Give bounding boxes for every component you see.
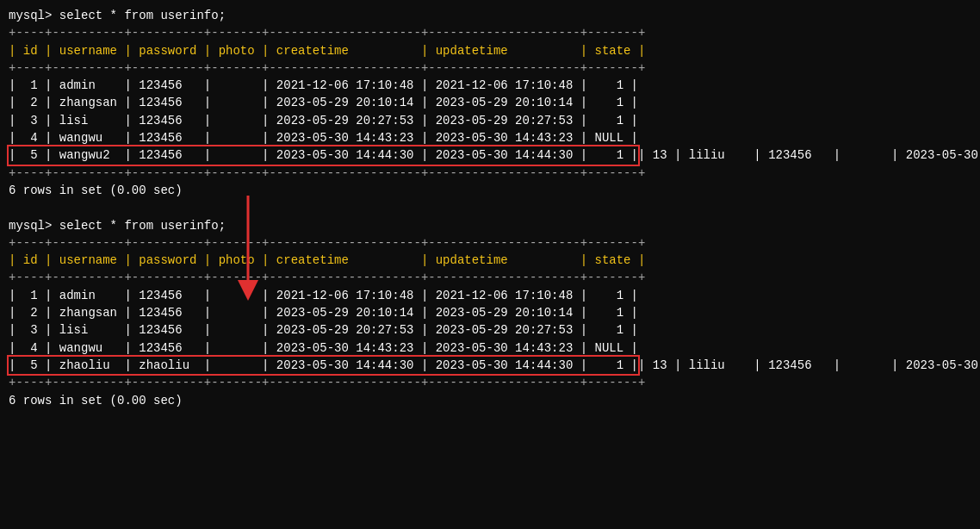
table-row: | 4 | wangwu | 123456 | | 2023-05-30 14:… — [9, 131, 638, 145]
sep-3: +----+----------+----------+-------+----… — [9, 166, 645, 180]
table-row: | 2 | zhangsan | 123456 | | 2023-05-29 2… — [9, 96, 638, 109]
highlighted-row-2: | 5 | zhaoliu | zhaoliu | | 2023-05-30 1… — [9, 357, 638, 374]
sep-5: +----+----------+----------+-------+----… — [9, 271, 645, 284]
prompt-line-1: mysql> select * from userinfo; — [9, 9, 226, 22]
table-row: | 13 | liliu | 123456 | | 2023-05-30 15:… — [638, 148, 980, 162]
table-row: | 1 | admin | 123456 | | 2021-12-06 17:1… — [9, 78, 638, 92]
table-row: | 3 | lisi | 123456 | | 2023-05-29 20:27… — [9, 323, 638, 337]
sep-1: +----+----------+----------+-------+----… — [9, 26, 645, 40]
sep-4: +----+----------+----------+-------+----… — [9, 236, 645, 250]
result-msg-1: 6 rows in set (0.00 sec) — [9, 184, 183, 197]
table-row: | 2 | zhangsan | 123456 | | 2023-05-29 2… — [9, 306, 638, 320]
sep-6: +----+----------+----------+-------+----… — [9, 376, 645, 389]
terminal: mysql> select * from userinfo; +----+---… — [0, 0, 980, 529]
header-2: | id | username | password | photo | cre… — [9, 253, 645, 267]
sep-2: +----+----------+----------+-------+----… — [9, 61, 645, 75]
table-row: | 1 | admin | 123456 | | 2021-12-06 17:1… — [9, 289, 638, 302]
table-row: | 13 | liliu | 123456 | | 2023-05-30 15:… — [638, 358, 980, 372]
prompt-line-2: mysql> select * from userinfo; — [9, 219, 226, 233]
terminal-content: mysql> select * from userinfo; +----+---… — [9, 7, 971, 409]
header-1: | id | username | password | photo | cre… — [9, 44, 645, 58]
arrow-indicator — [231, 191, 265, 303]
table-row: | 3 | lisi | 123456 | | 2023-05-29 20:27… — [9, 114, 638, 128]
table-row: | 4 | wangwu | 123456 | | 2023-05-30 14:… — [9, 341, 638, 355]
highlighted-row-1: | 5 | wangwu2 | 123456 | | 2023-05-30 14… — [9, 146, 638, 164]
result-msg-2: 6 rows in set (0.00 sec) — [9, 394, 183, 408]
